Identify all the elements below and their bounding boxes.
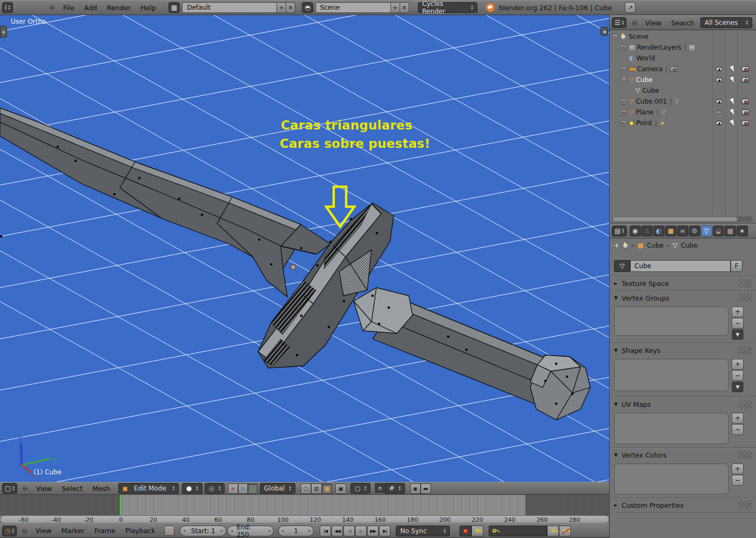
tab-material[interactable]: ◒ [713,226,724,236]
view3d-menu-mesh[interactable]: Mesh [87,485,115,493]
delete-layout-button[interactable]: ✕ [286,2,295,13]
snap-toggle-button[interactable]: ∩ [375,483,384,493]
editor-type-3dview-button[interactable]: ▢ ▴▾ [2,483,17,494]
collapse-menus-icon[interactable]: ⊖ [23,485,28,492]
outliner-menu-view[interactable]: View [640,19,666,27]
jump-to-start-button[interactable]: |◀ [320,526,331,536]
expand-icon[interactable]: + [620,109,627,115]
timeline-frame-area[interactable] [0,495,609,515]
timeline-menu-marker[interactable]: Marker [56,527,89,535]
previous-keyframe-button[interactable]: ◀◀ [332,526,343,536]
screen-layout-icon-button[interactable]: ▦ [168,2,180,13]
outliner-row-point[interactable]: + Point | [612,118,755,128]
timeline-ruler[interactable]: -60 -40 -20 0 20 40 60 80 100 120 140 16… [0,515,609,523]
tab-constraints[interactable]: ∞ [677,226,688,236]
timeline-menu-view[interactable]: View [31,527,57,535]
outliner-menu-search[interactable]: Search [666,19,699,27]
scene-icon-button[interactable]: ◓ [302,2,313,13]
frame-start-field[interactable]: Start: 1 [180,526,226,536]
manipulator-translate-button[interactable]: + [228,483,238,494]
collapse-menus-icon[interactable]: ⊖ [22,527,28,535]
outliner-row-cube001[interactable]: + ▽ Cube.001 | ▽ [612,96,755,107]
scene-selector[interactable]: Scene [315,2,391,13]
tab-texture[interactable]: ▦ [725,226,736,236]
renderability-camera-icon[interactable] [741,99,749,104]
proportional-edit-selector[interactable]: ○ ▴▾ [350,483,371,494]
edge-select-mode-button[interactable]: ▥ [311,483,321,494]
opengl-render-still-button[interactable]: ◉ [410,483,421,494]
jump-to-end-button[interactable]: ▶| [379,526,390,536]
visibility-eye-icon[interactable] [716,78,723,82]
outliner-horizontal-scrollbar[interactable] [612,216,753,222]
tab-object[interactable]: ■ [665,226,677,236]
uv-map-add-button[interactable]: + [732,413,744,424]
panel-vertex-groups-header[interactable]: ▼ Vertex Groups [614,292,752,304]
face-select-mode-button[interactable]: ■ [322,483,332,494]
vertex-color-remove-button[interactable]: − [732,475,744,486]
record-button[interactable] [460,526,471,536]
delete-keyframe-button[interactable] [559,526,571,536]
tab-scene[interactable]: ∴ [642,226,653,236]
snap-element-selector[interactable]: # ▴▾ [385,483,405,494]
outliner-row-world[interactable]: ◐ World [612,53,755,64]
outliner-row-plane[interactable]: + ▽ Plane | ▽ [612,107,755,118]
add-scene-button[interactable]: + [391,2,400,13]
limit-to-visible-button[interactable]: ▣ [335,483,346,494]
view3d-menu-select[interactable]: Select [57,485,87,493]
frame-end-field[interactable]: End: 250 [227,526,274,536]
menu-help[interactable]: Help [136,4,161,12]
outliner-row-cube-data[interactable]: ▽ Cube [612,85,755,96]
view3d-menu-view[interactable]: View [31,485,57,493]
renderability-camera-icon[interactable] [741,120,749,126]
expand-toolshelf-tab[interactable]: + [0,26,7,38]
collapse-menus-icon[interactable]: ⊖ [50,4,55,11]
auto-keyframe-button[interactable] [471,526,483,536]
collapse-menus-icon[interactable]: ⊖ [632,19,637,26]
menu-render[interactable]: Render [102,4,136,12]
outliner-row-camera[interactable]: + Camera | [612,64,755,74]
renderability-camera-icon[interactable] [741,66,749,72]
timeline-menu-playback[interactable]: Playback [120,527,160,535]
screen-layout-selector[interactable]: Default [182,2,277,13]
vertex-colors-list[interactable] [614,464,728,494]
visibility-eye-closed-icon[interactable] [716,110,723,114]
tab-world[interactable]: ◐ [653,226,665,236]
viewport-3d[interactable]: z y x User Ortho (1) Cube Caras triangul… [0,15,609,482]
expand-icon[interactable]: + [620,66,627,72]
delete-scene-button[interactable]: ✕ [400,2,409,13]
panel-texture-space-header[interactable]: ► Texture Space [614,277,752,289]
viewport-shading-selector[interactable]: ● ▴▾ [182,483,202,494]
av-sync-selector[interactable]: No Sync ▴▾ [396,526,450,536]
expand-icon[interactable]: + [620,120,627,126]
panel-custom-properties-header[interactable]: ► Custom Properties [614,499,752,511]
use-preview-range-button[interactable]: ◷ [164,526,174,536]
shape-key-add-button[interactable]: + [732,359,744,370]
editor-type-info-button[interactable]: i ▴▾ [2,2,13,13]
current-frame-field[interactable]: 1 [278,526,314,536]
expand-icon[interactable]: + [620,98,627,105]
timeline-playhead[interactable] [120,495,121,515]
uv-maps-list[interactable] [614,413,728,444]
manipulator-scale-button[interactable]: ◇ [248,483,258,494]
menu-add[interactable]: Add [79,4,102,12]
selectability-cursor-icon[interactable] [730,98,736,105]
expand-properties-shelf-tab[interactable]: ◂ [600,27,608,36]
collapse-icon[interactable]: − [612,33,618,40]
vertex-select-mode-button[interactable]: □ [301,483,311,494]
menu-file[interactable]: File [58,4,79,12]
visibility-eye-icon[interactable] [716,121,723,125]
tab-object-data[interactable]: ▽ [701,226,712,236]
selectability-cursor-icon[interactable] [730,76,736,84]
timeline-menu-frame[interactable]: Frame [90,527,120,535]
next-keyframe-button[interactable]: ▶▶ [367,526,379,536]
editor-type-properties-button[interactable]: ▤ ▴▾ [612,226,627,236]
renderability-camera-icon[interactable] [741,110,749,115]
breadcrumb-data[interactable]: Cube [681,242,698,249]
manipulator-rotate-button[interactable]: ↻ [238,483,248,494]
editor-type-timeline-button[interactable]: ◷ ▴▾ [2,526,17,536]
tab-render[interactable]: ◉ [630,226,641,236]
panel-uv-maps-header[interactable]: ▼ UV Maps [614,398,752,410]
collapse-icon[interactable]: − [620,77,627,83]
transform-orientation-selector[interactable]: Global ▴▾ [260,483,295,494]
breadcrumb-object[interactable]: Cube [647,242,664,249]
